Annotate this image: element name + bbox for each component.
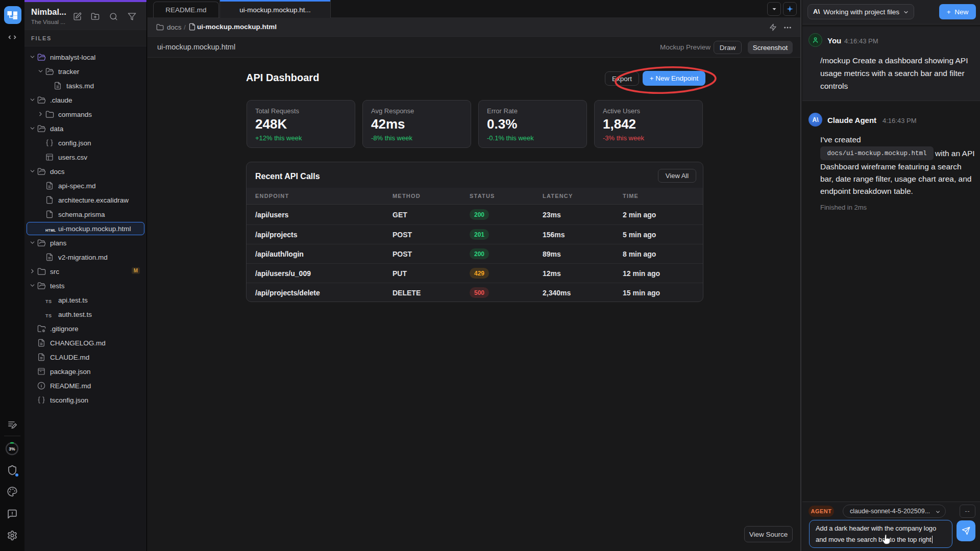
svg-text:3%: 3%	[9, 446, 15, 452]
